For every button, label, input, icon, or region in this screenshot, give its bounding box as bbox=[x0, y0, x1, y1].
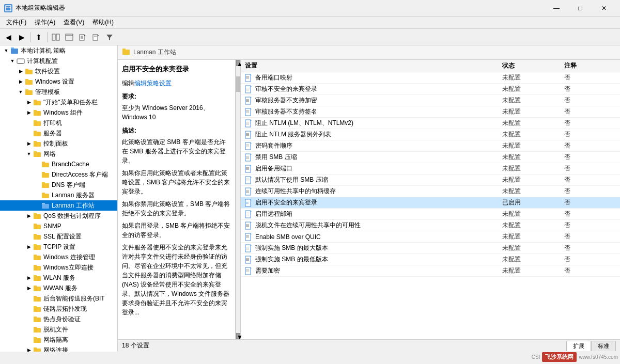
tree-dns-client[interactable]: ▶ DNS 客户端 bbox=[0, 180, 117, 190]
maximize-button[interactable]: □ bbox=[568, 0, 592, 17]
computer-config-expand[interactable]: ▼ bbox=[8, 57, 17, 65]
software-expand[interactable]: ▶ bbox=[17, 67, 25, 75]
close-button[interactable]: ✕ bbox=[592, 0, 616, 17]
tree-network-topo[interactable]: ▶ 链路层拓扑发现 bbox=[0, 304, 117, 314]
tree-computer-config[interactable]: ▼ 计算机配置 bbox=[0, 56, 117, 66]
tree-windows-comp[interactable]: ▶ Windows 组件 bbox=[0, 107, 117, 118]
setting-row[interactable]: Enable SMB over QUIC 未配置 否 bbox=[241, 231, 620, 243]
scroll-down-arrow[interactable]: ▼ bbox=[236, 333, 240, 339]
svg-rect-34 bbox=[34, 142, 41, 147]
root-expand-icon[interactable]: ▼ bbox=[2, 46, 10, 55]
tree-offline[interactable]: ▶ 脱机文件 bbox=[0, 324, 117, 335]
setting-row[interactable]: 脱机文件在连续可用性共享中的可用性 未配置 否 bbox=[241, 220, 620, 231]
qos-expand[interactable]: ▶ bbox=[25, 212, 33, 220]
tree-net-connect[interactable]: ▶ 网络连接 bbox=[0, 345, 117, 352]
tree-server[interactable]: ▶ 服务器 bbox=[0, 128, 117, 138]
dns-folder-icon bbox=[41, 181, 50, 189]
tree-control-panel[interactable]: ▶ 控制面板 bbox=[0, 138, 117, 149]
tree-lanman-workstation[interactable]: ▶ Lanman 工作站 bbox=[0, 200, 117, 211]
svg-rect-42 bbox=[42, 183, 49, 188]
network-expand[interactable]: ▼ bbox=[25, 150, 33, 158]
scroll-up-arrow[interactable]: ▲ bbox=[236, 60, 240, 66]
tree-printer[interactable]: ▶ 打印机 bbox=[0, 118, 117, 128]
setting-row[interactable]: 强制实施 SMB 的最大版本 未配置 否 bbox=[241, 243, 620, 254]
tree-wlan[interactable]: ▶ WLAN 服务 bbox=[0, 273, 117, 283]
svg-rect-133 bbox=[246, 191, 249, 192]
tree-root[interactable]: ▼ 本地计算机 策略 bbox=[0, 45, 117, 56]
tree-ssl[interactable]: ▶ SSL 配置设置 bbox=[0, 231, 117, 242]
setting-row[interactable]: 备用端口映射 未配置 否 bbox=[241, 72, 620, 84]
wlan-folder-icon bbox=[33, 274, 41, 282]
tree-win-connect-mgr[interactable]: ▶ Windows 连接管理 bbox=[0, 252, 117, 262]
wlan-expand[interactable]: ▶ bbox=[25, 274, 33, 282]
setting-row[interactable]: 需要加密 未配置 否 bbox=[241, 265, 620, 277]
tree-wwan[interactable]: ▶ WWAN 服务 bbox=[0, 283, 117, 293]
tree-software-settings[interactable]: ▶ 软件设置 bbox=[0, 66, 117, 76]
tree-net-isolation[interactable]: ▶ 网络隔离 bbox=[0, 335, 117, 345]
tree-qos[interactable]: ▶ QoS 数据包计划程序 bbox=[0, 211, 117, 221]
tree-bg-transfer[interactable]: ▶ 后台智能传送服务(BIT bbox=[0, 293, 117, 304]
setting-row[interactable]: 启用备用端口 未配置 否 bbox=[241, 163, 620, 175]
svg-rect-152 bbox=[246, 236, 249, 237]
forward-button[interactable]: ▶ bbox=[16, 31, 28, 43]
tree-start-menu[interactable]: ▶ "开始"菜单和任务栏 bbox=[0, 97, 117, 107]
start-expand[interactable]: ▶ bbox=[25, 98, 33, 106]
policy-settings-link[interactable]: 编辑策略设置 bbox=[134, 80, 172, 87]
admin-expand[interactable]: ▼ bbox=[17, 88, 25, 96]
windows-settings-expand[interactable]: ▶ bbox=[17, 77, 25, 86]
tree-network[interactable]: ▼ 网络 bbox=[0, 149, 117, 159]
scroll-thumb[interactable] bbox=[236, 76, 240, 92]
menu-file[interactable]: 文件(F) bbox=[2, 17, 30, 28]
menu-action[interactable]: 操作(A) bbox=[30, 17, 59, 28]
svg-marker-111 bbox=[251, 143, 252, 144]
tcpip-expand[interactable]: ▶ bbox=[25, 243, 33, 251]
wwan-expand[interactable]: ▶ bbox=[25, 284, 33, 292]
setting-row[interactable]: 审核服务器不支持签名 未配置 否 bbox=[241, 106, 620, 118]
tree-branchcache[interactable]: ▶ BranchCache bbox=[0, 159, 117, 169]
svg-marker-155 bbox=[251, 245, 252, 246]
tree-admin-templates[interactable]: ▼ 管理模板 bbox=[0, 87, 117, 97]
setting-row[interactable]: 密码套件顺序 未配置 否 bbox=[241, 140, 620, 152]
up-button[interactable]: ⬆ bbox=[33, 31, 45, 43]
svg-rect-113 bbox=[246, 146, 249, 146]
setting-row[interactable]: 审核服务器不支持加密 未配置 否 bbox=[241, 95, 620, 106]
tree-nt-label: 链路层拓扑发现 bbox=[43, 305, 87, 313]
setting-row[interactable]: 默认情况下使用 SMB 压缩 未配置 否 bbox=[241, 175, 620, 186]
bc-folder-icon bbox=[41, 160, 50, 168]
svg-marker-91 bbox=[251, 97, 252, 98]
tree-software-label: 软件设置 bbox=[35, 67, 60, 76]
setting-row[interactable]: 禁用 SMB 压缩 未配置 否 bbox=[241, 152, 620, 163]
tree-directaccess[interactable]: ▶ DirectAccess 客户端 bbox=[0, 169, 117, 180]
filter-button[interactable] bbox=[103, 31, 116, 43]
setting-row[interactable]: 启用远程邮箱 未配置 否 bbox=[241, 209, 620, 220]
tree-snmp[interactable]: ▶ SNMP bbox=[0, 221, 117, 231]
setting-row[interactable]: 审核不安全的来宾登录 未配置 否 bbox=[241, 84, 620, 95]
desc-scrollbar[interactable]: ▲ ▼ bbox=[236, 60, 241, 339]
new-window-button[interactable] bbox=[63, 31, 75, 43]
tree-lanman-server[interactable]: ▶ Lanman 服务器 bbox=[0, 190, 117, 200]
setting-row[interactable]: 连续可用性共享中的句柄缓存 未配置 否 bbox=[241, 186, 620, 197]
svg-rect-48 bbox=[34, 214, 41, 219]
back-button[interactable]: ◀ bbox=[2, 31, 14, 43]
menu-help[interactable]: 帮助(H) bbox=[88, 17, 118, 28]
tree-win-instant[interactable]: ▶ Windows立即连接 bbox=[0, 262, 117, 273]
properties-button[interactable] bbox=[76, 31, 89, 43]
minimize-button[interactable]: — bbox=[545, 0, 568, 17]
ctrl-expand[interactable]: ▶ bbox=[25, 139, 33, 148]
tab-extend[interactable]: 扩展 bbox=[566, 341, 591, 351]
setting-row[interactable]: 阻止 NTLM 服务器例外列表 未配置 否 bbox=[241, 129, 620, 140]
svg-rect-69 bbox=[34, 316, 37, 318]
tree-hotspot[interactable]: ▶ 热点身份验证 bbox=[0, 314, 117, 324]
tab-standard[interactable]: 标准 bbox=[591, 341, 616, 351]
show-hide-button[interactable] bbox=[50, 31, 62, 43]
nc-expand[interactable]: ▶ bbox=[25, 346, 33, 352]
tree-windows-settings[interactable]: ▶ Windows 设置 bbox=[0, 76, 117, 87]
wincomp-expand[interactable]: ▶ bbox=[25, 108, 33, 117]
tree-tcpip[interactable]: ▶ TCPIP 设置 bbox=[0, 242, 117, 252]
menu-view[interactable]: 查看(V) bbox=[59, 17, 88, 28]
setting-row[interactable]: 启用不安全的来宾登录 已启用 否 bbox=[241, 197, 620, 209]
extend-view-button[interactable] bbox=[90, 31, 102, 43]
setting-row[interactable]: 阻止 NTLM (LM、NTLM、NTLMv2) 未配置 否 bbox=[241, 118, 620, 129]
svg-rect-148 bbox=[246, 226, 249, 227]
setting-row[interactable]: 强制实施 SMB 的最低版本 未配置 否 bbox=[241, 254, 620, 265]
